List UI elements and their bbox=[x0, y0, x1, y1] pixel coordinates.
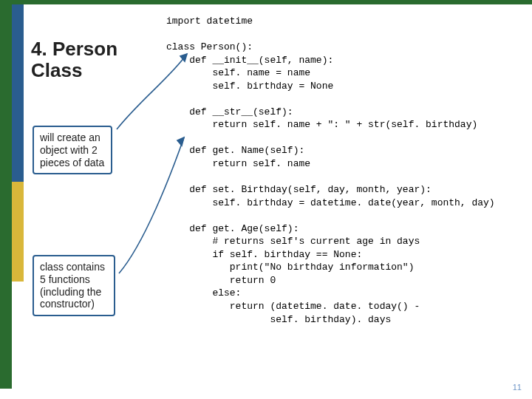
arrow-to-init bbox=[111, 48, 192, 133]
sidebar-stripe-green bbox=[0, 4, 12, 389]
svg-marker-1 bbox=[177, 137, 184, 146]
arrow-to-class-body bbox=[115, 133, 188, 277]
code-listing: import datetime class Person(): def __in… bbox=[166, 15, 528, 326]
callout-function-count: class contains 5 functions (including th… bbox=[33, 255, 115, 316]
callout-constructor-note: will create an object with 2 pieces of d… bbox=[33, 126, 112, 174]
page-number: 11 bbox=[513, 383, 522, 392]
sidebar-stripe-blue bbox=[12, 4, 24, 182]
top-accent-bar bbox=[0, 0, 532, 4]
sidebar-stripe-yellow bbox=[12, 182, 24, 282]
